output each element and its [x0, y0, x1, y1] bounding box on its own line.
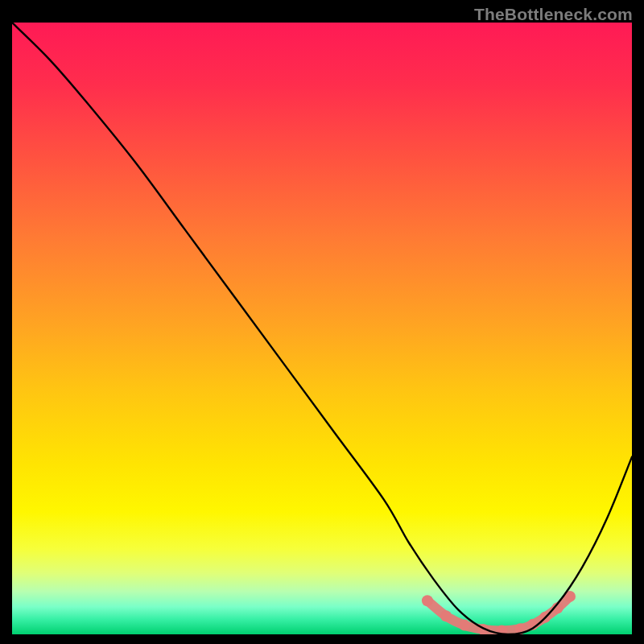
plot-background: [12, 23, 632, 634]
watermark-text: TheBottleneck.com: [474, 5, 633, 24]
chart-stage: TheBottleneck.com: [0, 0, 644, 644]
plot-container: [12, 23, 632, 634]
chart-svg: [12, 23, 632, 634]
highlight-dot: [440, 610, 452, 621]
highlight-dot: [422, 595, 433, 606]
highlight-dot: [459, 620, 470, 631]
